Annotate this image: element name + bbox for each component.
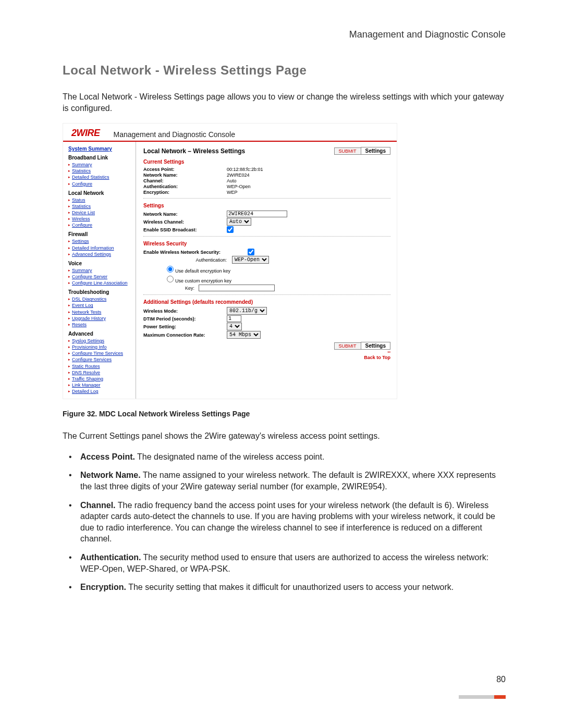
label: Network Name: [143, 212, 227, 217]
sidebar-item[interactable]: ▸Summary [68, 162, 132, 168]
value: Auto [227, 178, 237, 183]
power-setting-select[interactable]: 4 [227, 323, 242, 330]
label: Key: [185, 286, 194, 291]
sidebar-item[interactable]: ▸Settings [68, 238, 132, 244]
label: Authentication: [143, 184, 227, 189]
separator [143, 236, 390, 237]
label: Enable Wireless Network Security: [143, 250, 248, 255]
label: Wireless Channel: [143, 219, 227, 225]
label: Wireless Mode: [143, 309, 227, 314]
list-item: Authentication. The security method used… [63, 552, 506, 574]
submit-label: Settings [361, 147, 390, 155]
label: DTIM Period (seconds): [143, 316, 227, 322]
sidebar-section-advanced: Advanced [68, 331, 132, 337]
sidebar-item[interactable]: ▸Statistics [68, 203, 132, 209]
sidebar-item[interactable]: ▸Configure [68, 181, 132, 187]
sidebar-system-summary[interactable]: System Summary [68, 146, 132, 152]
list-item: Encryption. The security setting that ma… [63, 582, 506, 593]
label: Access Point: [143, 167, 227, 172]
sidebar-item[interactable]: ▸Configure Services [68, 356, 132, 363]
sidebar-item[interactable]: ▸Configure [68, 222, 132, 228]
label: Use default encryption key [175, 268, 230, 274]
sidebar: System Summary Broadband Link ▸Summary ▸… [63, 142, 136, 399]
submit-button[interactable]: SUBMIT [334, 147, 361, 155]
back-to-top-link[interactable]: Back to Top [143, 355, 390, 360]
additional-settings-heading: Additional Settings (defaults recommende… [143, 299, 390, 305]
sidebar-item[interactable]: ▸Status [68, 197, 132, 203]
brand-logo: 2WIRE [71, 128, 100, 139]
sidebar-item[interactable]: ▸DSL Diagnostics [68, 296, 132, 302]
max-connection-rate-select[interactable]: 54 Mbps [227, 331, 261, 339]
sidebar-section-local-network: Local Network [68, 190, 132, 196]
list-item: Network Name. The name assigned to your … [63, 470, 506, 492]
settings-heading: Settings [143, 203, 390, 208]
sidebar-item[interactable]: ▸Provisioning Info [68, 344, 132, 350]
intro-paragraph: The Local Network - Wireless Settings pa… [63, 91, 506, 114]
label: Maximum Connection Rate: [143, 332, 227, 338]
encryption-key-input[interactable] [199, 285, 275, 291]
sidebar-item[interactable]: ▸Configure Server [68, 274, 132, 280]
page-number: 80 [496, 675, 506, 684]
sidebar-item[interactable]: ▸Upgrade History [68, 315, 132, 322]
sidebar-item[interactable]: ▸Link Manager [68, 382, 132, 388]
sidebar-item[interactable]: ▸Detailed Information [68, 245, 132, 251]
authentication-select[interactable]: WEP-Open [232, 256, 269, 264]
sidebar-item[interactable]: ▸Traffic Shaping [68, 376, 132, 382]
mdc-screenshot: 2WIRE Management and Diagnostic Console … [63, 123, 397, 399]
sidebar-item[interactable]: ▸Configure Time Services [68, 350, 132, 356]
wireless-mode-select[interactable]: 802.11b/g [227, 307, 267, 315]
content-pane: Local Network – Wireless Settings SUBMIT… [136, 142, 397, 399]
value: WEP-Open [227, 184, 251, 189]
label: Power Setting: [143, 324, 227, 329]
sidebar-item[interactable]: ▸Wireless [68, 216, 132, 222]
sidebar-item[interactable]: ▸Static Routes [68, 363, 132, 369]
sidebar-item[interactable]: ▸Detailed Statistics [68, 174, 132, 180]
wireless-security-heading: Wireless Security [143, 241, 390, 246]
sidebar-item[interactable]: ▸Network Tests [68, 309, 132, 315]
default-key-radio[interactable] [167, 266, 174, 273]
submit-button-bottom[interactable]: SUBMIT [334, 342, 361, 350]
sidebar-section-firewall: Firewall [68, 231, 132, 237]
dtim-period-input[interactable] [227, 315, 241, 322]
sidebar-item[interactable]: ▸Advanced Settings [68, 251, 132, 257]
bullet-list: Access Point. The designated name of the… [63, 451, 506, 593]
value: WEP [227, 190, 238, 195]
content-title: Local Network – Wireless Settings [143, 147, 245, 155]
separator [143, 294, 390, 295]
sidebar-item[interactable]: ▸Resets [68, 322, 132, 328]
current-settings-heading: Current Settings [143, 159, 390, 165]
figure-caption: Figure 32. MDC Local Network Wireless Se… [63, 410, 506, 418]
submit-label-bottom: Settings [361, 342, 390, 350]
sidebar-section-broadband: Broadband Link [68, 155, 132, 161]
label: Channel: [143, 178, 227, 183]
custom-key-radio[interactable] [167, 276, 174, 282]
sidebar-item[interactable]: ▸Summary [68, 267, 132, 274]
sidebar-section-voice: Voice [68, 261, 132, 266]
sidebar-item[interactable]: ▸Configure Line Association [68, 280, 132, 286]
sidebar-item[interactable]: ▸Syslog Settings [68, 338, 132, 344]
sidebar-section-troubleshooting: Troubleshooting [68, 289, 132, 295]
value: 00:12:88:fc:2b:01 [227, 167, 263, 172]
label: Enable SSID Broadcast: [143, 227, 227, 232]
sidebar-item[interactable]: ▸Statistics [68, 168, 132, 174]
value: 2WIRE024 [227, 172, 250, 178]
separator [143, 198, 390, 199]
ssid-broadcast-checkbox[interactable] [227, 226, 234, 233]
page-title: Local Network - Wireless Settings Page [63, 63, 506, 78]
list-item: Access Point. The designated name of the… [63, 451, 506, 463]
label: Encryption: [143, 190, 227, 195]
sidebar-item[interactable]: ▸Event Log [68, 302, 132, 309]
network-name-input[interactable] [227, 211, 287, 217]
enable-security-checkbox[interactable] [248, 249, 254, 255]
infinity-link[interactable]: ∞ [143, 350, 390, 354]
sidebar-item[interactable]: ▸Detailed Log [68, 388, 132, 394]
sidebar-item[interactable]: ▸Device List [68, 209, 132, 216]
list-item: Channel. The radio frequency band the ac… [63, 500, 506, 545]
wireless-channel-select[interactable]: Auto [227, 218, 251, 226]
label: Use custom encryption key [175, 278, 231, 283]
sidebar-item[interactable]: ▸DNS Resolve [68, 369, 132, 376]
label: Authentication: [143, 257, 232, 263]
running-header: Management and Diagnostic Console [63, 29, 506, 40]
page-accent [459, 695, 506, 699]
body-paragraph: The Current Settings panel shows the 2Wi… [63, 430, 506, 442]
